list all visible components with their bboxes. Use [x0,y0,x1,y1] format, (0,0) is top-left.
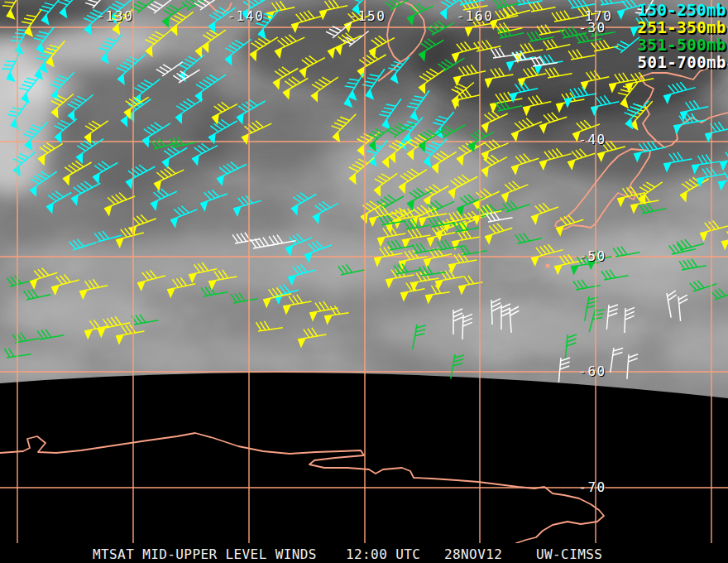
cloud-feature [99,336,298,376]
caption-bar-bg [0,543,728,563]
scene-canvas [0,0,728,563]
earth-limb-path [0,373,728,563]
satellite-wind-image: -130-140-150-160-170-30-40-50-60-70 150-… [0,0,728,563]
earth-limb-dark-region [0,373,728,563]
cloud-feature [190,91,339,174]
islet [546,264,550,268]
cloud-feature [323,75,422,124]
